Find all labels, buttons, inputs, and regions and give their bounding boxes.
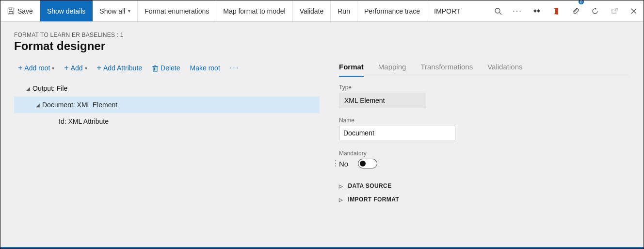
- svg-point-3: [495, 8, 500, 13]
- toolbar: Save Show details Show all ▾ Format enum…: [0, 0, 644, 22]
- import-format-label: IMPORT FORMAT: [348, 196, 399, 203]
- more-button[interactable]: ···: [508, 0, 527, 21]
- tree-node-label: Id: XML Attribute: [59, 117, 109, 125]
- tree-node-output[interactable]: ◢ Output: File: [14, 80, 320, 97]
- add-label: Add: [71, 64, 83, 72]
- tree-pane: + Add root ▾ + Add ▾ + Add Attribute Del…: [14, 62, 320, 247]
- chevron-down-icon: ▾: [85, 66, 87, 71]
- svg-rect-10: [153, 66, 157, 71]
- breadcrumb: FORMAT TO LEARN ER BASELINES : 1: [14, 32, 630, 38]
- plus-icon: +: [97, 64, 101, 72]
- name-label: Name: [339, 117, 630, 124]
- name-input[interactable]: [339, 126, 455, 140]
- details-tabs: Format Mapping Transformations Validatio…: [339, 62, 630, 77]
- add-root-label: Add root: [24, 64, 50, 72]
- mandatory-toggle[interactable]: [358, 159, 377, 168]
- extension-button[interactable]: [527, 0, 547, 21]
- show-details-button[interactable]: Show details: [40, 0, 93, 21]
- tree-node-id[interactable]: Id: XML Attribute: [14, 113, 320, 130]
- svg-rect-7: [612, 9, 615, 13]
- close-icon: [630, 8, 637, 15]
- toggle-knob: [360, 161, 366, 166]
- data-source-section[interactable]: ▷ DATA SOURCE: [339, 179, 630, 193]
- mandatory-label: Mandatory: [339, 150, 630, 157]
- tree-node-label: Output: File: [32, 84, 67, 92]
- performance-trace-button[interactable]: Performance trace: [357, 0, 427, 21]
- caret-right-icon: ▷: [339, 183, 343, 189]
- content-area: FORMAT TO LEARN ER BASELINES : 1 Format …: [0, 22, 644, 249]
- format-tree: ◢ Output: File ◢ Document: XML Element I…: [14, 80, 320, 130]
- show-all-label: Show all: [99, 7, 125, 15]
- svg-rect-5: [533, 9, 537, 12]
- refresh-icon: [591, 7, 599, 15]
- add-attribute-button[interactable]: + Add Attribute: [93, 62, 146, 74]
- import-label: IMPORT: [434, 7, 460, 15]
- attachments-button[interactable]: 0: [566, 0, 585, 21]
- svg-rect-6: [537, 9, 540, 12]
- type-label: Type: [339, 84, 630, 91]
- add-attribute-label: Add Attribute: [103, 64, 142, 72]
- run-label: Run: [338, 7, 350, 15]
- validate-button[interactable]: Validate: [293, 0, 331, 21]
- attachments-badge: 0: [578, 0, 584, 5]
- import-format-section[interactable]: ▷ IMPORT FORMAT: [339, 193, 630, 206]
- type-value: XML Element: [339, 93, 426, 108]
- tab-mapping[interactable]: Mapping: [378, 62, 406, 77]
- tree-more-button[interactable]: ···: [226, 62, 243, 74]
- data-source-label: DATA SOURCE: [348, 183, 391, 189]
- tree-action-bar: + Add root ▾ + Add ▾ + Add Attribute Del…: [14, 62, 320, 74]
- page-title: Format designer: [14, 39, 630, 53]
- make-root-button[interactable]: Make root: [186, 62, 224, 74]
- office-button[interactable]: [547, 0, 566, 21]
- delete-button[interactable]: Delete: [148, 62, 184, 74]
- trash-icon: [152, 65, 159, 72]
- diamonds-icon: [532, 8, 541, 15]
- show-all-button[interactable]: Show all ▾: [93, 0, 138, 21]
- mandatory-value: No: [339, 160, 348, 168]
- chevron-down-icon: ▾: [52, 66, 54, 71]
- caret-down-icon: ◢: [33, 102, 42, 108]
- validate-label: Validate: [300, 7, 324, 15]
- chevron-down-icon: ▾: [128, 8, 130, 14]
- perf-label: Performance trace: [364, 7, 420, 15]
- tree-node-document[interactable]: ◢ Document: XML Element: [14, 97, 320, 113]
- refresh-button[interactable]: [585, 0, 605, 21]
- delete-label: Delete: [161, 64, 180, 72]
- caret-down-icon: ◢: [24, 86, 32, 91]
- popout-icon: [611, 7, 618, 15]
- make-root-label: Make root: [190, 64, 220, 72]
- show-details-label: Show details: [47, 7, 85, 15]
- add-button[interactable]: + Add ▾: [60, 62, 91, 74]
- close-button[interactable]: [624, 0, 644, 21]
- format-enumerations-button[interactable]: Format enumerations: [138, 0, 216, 21]
- tree-node-label: Document: XML Element: [42, 101, 117, 109]
- resize-handle[interactable]: ⋮: [332, 162, 339, 165]
- ellipsis-icon: ···: [230, 64, 239, 72]
- office-icon: [552, 7, 560, 15]
- run-button[interactable]: Run: [331, 0, 357, 21]
- format-enum-label: Format enumerations: [145, 7, 209, 15]
- ellipsis-icon: ···: [513, 7, 522, 16]
- map-format-button[interactable]: Map format to model: [216, 0, 292, 21]
- svg-rect-1: [9, 8, 12, 10]
- details-pane: Format Mapping Transformations Validatio…: [334, 62, 630, 247]
- save-label: Save: [17, 7, 33, 15]
- save-button[interactable]: Save: [0, 0, 40, 21]
- popout-button[interactable]: [605, 0, 624, 21]
- svg-rect-2: [9, 11, 13, 14]
- map-format-label: Map format to model: [223, 7, 285, 15]
- tab-transformations[interactable]: Transformations: [420, 62, 473, 77]
- paperclip-icon: [572, 7, 580, 15]
- caret-right-icon: ▷: [339, 197, 343, 202]
- search-button[interactable]: [488, 0, 508, 21]
- tab-format[interactable]: Format: [339, 62, 364, 77]
- plus-icon: +: [64, 64, 68, 72]
- plus-icon: +: [18, 64, 22, 72]
- search-icon: [494, 7, 502, 15]
- svg-line-4: [499, 13, 501, 15]
- tab-validations[interactable]: Validations: [487, 62, 522, 77]
- import-button[interactable]: IMPORT: [427, 0, 467, 21]
- add-root-button[interactable]: + Add root ▾: [14, 62, 58, 74]
- save-icon: [7, 7, 15, 15]
